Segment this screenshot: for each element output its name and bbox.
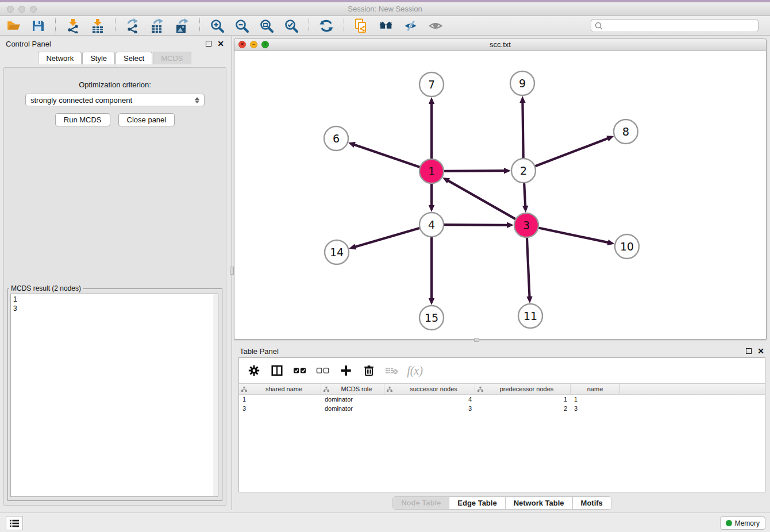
graph-node-10[interactable]: 10: [615, 234, 639, 259]
edge-2-9[interactable]: [522, 102, 523, 160]
float-table-panel-icon[interactable]: [746, 348, 752, 354]
export-image-icon[interactable]: [175, 18, 190, 33]
open-session-icon[interactable]: [6, 18, 21, 33]
float-panel-icon[interactable]: [206, 41, 211, 47]
mcds-result-group: MCDS result (2 nodes) 1 3: [7, 284, 222, 501]
cell-predecessor-nodes[interactable]: 2: [475, 404, 571, 413]
import-network-icon[interactable]: [66, 18, 80, 33]
column-header-successor-nodes[interactable]: successor nodes: [384, 384, 475, 394]
export-table-icon[interactable]: [150, 18, 165, 33]
column-type-icon: [387, 387, 392, 392]
tab-network-table[interactable]: Network Table: [505, 497, 572, 509]
memory-button[interactable]: Memory: [720, 516, 765, 530]
search-input[interactable]: [605, 22, 754, 30]
close-table-panel-icon[interactable]: ✕: [757, 348, 764, 354]
control-tab-network[interactable]: Network: [38, 52, 82, 64]
clone-network-icon[interactable]: [354, 18, 369, 33]
graph-node-6[interactable]: 6: [324, 126, 348, 151]
zoom-out-icon[interactable]: [234, 18, 249, 33]
cell-successor-nodes[interactable]: 3: [384, 404, 475, 413]
column-header-predecessor-nodes[interactable]: predecessor nodes: [475, 384, 571, 394]
control-tab-style[interactable]: Style: [82, 52, 115, 64]
edge-4-3[interactable]: [442, 225, 507, 225]
edge-2-8[interactable]: [534, 138, 608, 167]
vertical-splitter[interactable]: [230, 36, 234, 510]
zoom-in-icon[interactable]: [210, 18, 225, 33]
import-table-icon[interactable]: [90, 18, 105, 33]
column-header-name[interactable]: name: [571, 384, 620, 394]
tab-edge-table[interactable]: Edge Table: [449, 497, 505, 509]
edge-3-1[interactable]: [448, 180, 517, 219]
control-tab-mcds[interactable]: MCDS: [153, 52, 191, 64]
search-field[interactable]: [591, 19, 759, 32]
graph-node-7[interactable]: 7: [419, 72, 444, 97]
cell-name[interactable]: 3: [571, 404, 620, 413]
column-type-icon: [241, 387, 247, 392]
app-title: Session: New Session: [0, 5, 770, 13]
save-session-icon[interactable]: [30, 18, 45, 33]
app-titlebar: Session: New Session: [0, 2, 770, 16]
deselect-all-icon[interactable]: [316, 364, 330, 377]
edge-4-14[interactable]: [355, 228, 421, 246]
table-row-1[interactable]: 1dominator411: [239, 395, 765, 404]
cell-name[interactable]: 1: [571, 395, 620, 404]
graph-node-14[interactable]: 14: [325, 240, 349, 264]
tab-motifs[interactable]: Motifs: [572, 497, 611, 509]
cell-shared-name[interactable]: 3: [239, 404, 321, 413]
hide-eye-icon[interactable]: [403, 18, 418, 33]
edge-3-10[interactable]: [537, 228, 609, 242]
tab-node-table[interactable]: Node Table: [393, 497, 449, 509]
svg-text:2: 2: [520, 164, 527, 177]
criterion-select[interactable]: strongly connected component: [25, 94, 205, 106]
edge-1-2[interactable]: [442, 171, 505, 171]
graph-node-15[interactable]: 15: [419, 306, 444, 330]
network-graph-canvas[interactable]: 1234678910111415: [234, 51, 766, 339]
show-eye-icon[interactable]: [428, 18, 443, 33]
zoom-selected-icon[interactable]: [284, 18, 299, 33]
column-header-shared-name[interactable]: shared name: [239, 384, 321, 394]
toolbar-separator: [199, 18, 200, 33]
status-bar: Memory: [0, 512, 770, 532]
create-column-icon[interactable]: [339, 364, 353, 377]
horizontal-splitter-grip[interactable]: [474, 338, 479, 342]
refresh-layout-icon[interactable]: [319, 18, 334, 33]
task-history-button[interactable]: [6, 516, 23, 530]
cell-successor-nodes[interactable]: 4: [384, 395, 475, 404]
toolbar-separator: [115, 18, 116, 33]
column-type-icon: [478, 387, 483, 392]
table-panel: Table Panel ✕: [234, 343, 770, 510]
graph-node-9[interactable]: 9: [510, 71, 534, 95]
home-layout-icon[interactable]: [379, 18, 394, 33]
graph-node-8[interactable]: 8: [614, 119, 638, 144]
network-window-titlebar[interactable]: ✕ – + scc.txt: [234, 38, 766, 51]
show-columns-icon[interactable]: [270, 364, 284, 377]
table-row-2[interactable]: 3dominator323: [239, 404, 765, 413]
graph-node-11[interactable]: 11: [518, 304, 542, 328]
graph-node-2[interactable]: 2: [511, 159, 536, 183]
graph-node-1[interactable]: 1: [419, 159, 444, 183]
edge-3-11[interactable]: [527, 236, 530, 297]
mcds-result-text[interactable]: 1 3: [10, 294, 218, 497]
graph-node-3[interactable]: 3: [514, 213, 538, 237]
result-scrollbar[interactable]: [213, 294, 218, 496]
export-network-icon[interactable]: [125, 18, 140, 33]
table-settings-gear-icon[interactable]: [247, 364, 261, 377]
delete-column-trash-icon[interactable]: [362, 364, 376, 377]
run-mcds-button[interactable]: Run MCDS: [55, 113, 110, 126]
edge-2-3[interactable]: [524, 182, 525, 206]
graph-node-4[interactable]: 4: [419, 213, 444, 237]
edge-1-6[interactable]: [354, 145, 421, 168]
cell-MCDS-role[interactable]: dominator: [321, 395, 384, 404]
column-header-MCDS-role[interactable]: MCDS role: [321, 384, 384, 394]
column-header-filler: [620, 384, 765, 394]
control-tab-select[interactable]: Select: [116, 52, 152, 64]
select-all-icon[interactable]: [293, 364, 307, 377]
select-stepper-icon: [195, 97, 199, 103]
splitter-grip[interactable]: [230, 267, 234, 275]
cell-predecessor-nodes[interactable]: 1: [475, 395, 571, 404]
cell-MCDS-role[interactable]: dominator: [321, 404, 384, 413]
zoom-fit-icon[interactable]: [259, 18, 274, 33]
close-panel-button[interactable]: Close panel: [118, 113, 175, 126]
close-panel-icon[interactable]: ✕: [217, 41, 224, 47]
cell-shared-name[interactable]: 1: [239, 395, 321, 404]
